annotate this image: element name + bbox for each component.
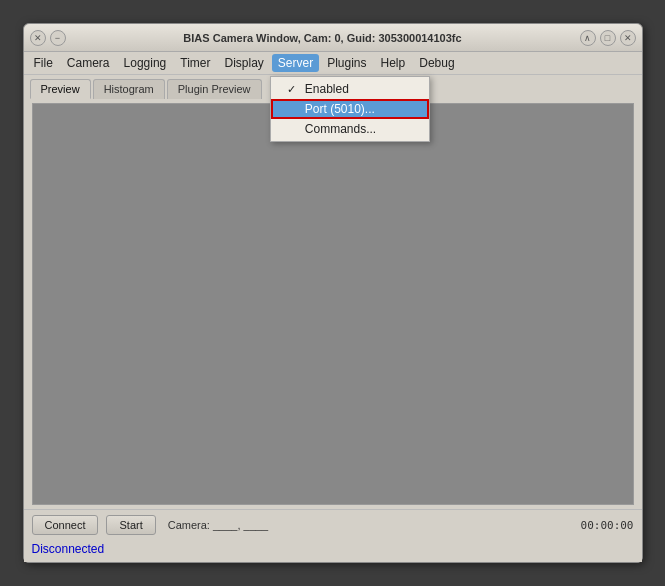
menu-help[interactable]: Help — [375, 54, 412, 72]
timer-display: 00:00:00 — [581, 519, 634, 532]
start-button[interactable]: Start — [106, 515, 155, 535]
menubar: File Camera Logging Timer Display Server… — [24, 52, 642, 75]
dropdown-item-enabled[interactable]: ✓ Enabled — [271, 79, 429, 99]
minimize-icon[interactable]: − — [50, 30, 66, 46]
menu-file[interactable]: File — [28, 54, 59, 72]
menu-server[interactable]: Server ✓ Enabled Port (5010)... Commands… — [272, 54, 319, 72]
window-close-icon[interactable]: ✕ — [620, 30, 636, 46]
connect-button[interactable]: Connect — [32, 515, 99, 535]
camera-value: ____, ____ — [213, 519, 268, 531]
camera-label: Camera: ____, ____ — [168, 519, 268, 531]
menu-display[interactable]: Display — [218, 54, 269, 72]
tab-preview[interactable]: Preview — [30, 79, 91, 99]
menu-debug[interactable]: Debug — [413, 54, 460, 72]
menu-timer[interactable]: Timer — [174, 54, 216, 72]
main-window: ✕ − BIAS Camera Window, Cam: 0, Guid: 30… — [23, 23, 643, 563]
dropdown-item-port[interactable]: Port (5010)... — [271, 99, 429, 119]
menu-camera[interactable]: Camera — [61, 54, 116, 72]
menu-plugins[interactable]: Plugins — [321, 54, 372, 72]
tab-plugin-preview[interactable]: Plugin Preview — [167, 79, 262, 99]
close-icon[interactable]: ✕ — [30, 30, 46, 46]
scroll-up-icon[interactable]: ∧ — [580, 30, 596, 46]
bottom-bar: Connect Start Camera: ____, ____ 00:00:0… — [24, 509, 642, 540]
content-area — [24, 99, 642, 509]
title-bar-left-controls: ✕ − — [30, 30, 66, 46]
title-bar: ✕ − BIAS Camera Window, Cam: 0, Guid: 30… — [24, 24, 642, 52]
disconnected-status: Disconnected — [32, 542, 105, 556]
dropdown-item-commands[interactable]: Commands... — [271, 119, 429, 139]
enabled-check-icon: ✓ — [287, 83, 299, 96]
status-bar: Disconnected — [24, 540, 642, 562]
restore-icon[interactable]: □ — [600, 30, 616, 46]
server-dropdown-menu: ✓ Enabled Port (5010)... Commands... — [270, 76, 430, 142]
window-title: BIAS Camera Window, Cam: 0, Guid: 305300… — [66, 32, 580, 44]
preview-box — [32, 103, 634, 505]
title-bar-right-controls: ∧ □ ✕ — [580, 30, 636, 46]
tab-histogram[interactable]: Histogram — [93, 79, 165, 99]
menu-logging[interactable]: Logging — [118, 54, 173, 72]
